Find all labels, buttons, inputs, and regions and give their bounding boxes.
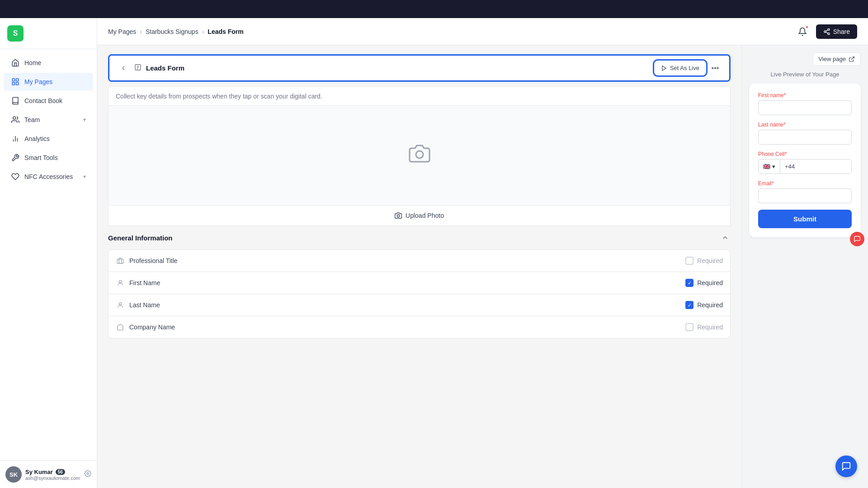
camera-icon [409,143,430,169]
field-icon [116,300,125,310]
svg-point-19 [416,151,423,158]
section-collapse-button[interactable] [720,232,731,243]
general-info-section-header: General Information [108,226,731,249]
sidebar-item-smart-tools[interactable]: Smart Tools [4,149,93,167]
field-required-professional-title: Required [685,257,723,265]
field-name-professional-title: Professional Title [129,257,685,264]
svg-line-24 [851,56,854,59]
preview-last-name-input[interactable] [758,130,852,145]
notification-dot [805,25,809,29]
sidebar-logo: S [0,18,97,49]
form-header-bar: Leads Form Set As Live ••• [109,56,729,80]
contact-icon [11,96,20,105]
field-required-company-name: Required [685,323,723,331]
sidebar-item-label: Smart Tools [24,154,58,161]
sidebar-footer: SK Sy Kumar 56 ash@synxautomate.com [0,460,97,488]
nfc-icon [11,172,20,181]
preview-panel: View page Live Preview of Your Page Firs… [741,45,868,488]
sidebar-item-label: NFC Accessories [24,173,73,180]
view-page-button[interactable]: View page [813,52,861,66]
required-checkbox-company-name[interactable] [685,323,693,331]
svg-rect-1 [16,79,19,81]
user-badge: 56 [56,469,65,475]
field-icon [116,278,125,287]
settings-icon[interactable] [84,470,91,479]
description-text: Collect key details from prospects when … [116,93,322,100]
team-icon [11,115,20,124]
breadcrumb-leads-form: Leads Form [208,28,243,35]
preview-label: Live Preview of Your Page [749,71,861,78]
sidebar-item-label: My Pages [24,78,52,85]
share-button[interactable]: Share [816,24,857,39]
content-area: Leads Form Set As Live ••• Collect [97,45,868,488]
set-as-live-button[interactable]: Set As Live [655,61,705,75]
notification-button[interactable] [794,23,811,40]
preview-submit-button[interactable]: Submit [758,210,852,228]
field-icon [116,323,125,332]
form-title: Leads Form [146,64,184,72]
sidebar-item-contact-book[interactable]: Contact Book [4,92,93,110]
preview-field-label: Phone Cell* [758,151,852,157]
chevron-down-icon: ▾ [83,174,86,180]
app-logo: S [7,25,24,42]
top-bar [0,0,868,18]
sidebar-item-analytics[interactable]: Analytics [4,130,93,148]
sidebar-item-team[interactable]: Team ▾ [4,111,93,129]
header: My Pages › Starbucks Signups › Leads For… [97,18,868,45]
preview-field-label: Last name* [758,122,852,128]
sidebar-item-home[interactable]: Home [4,54,93,72]
required-checkbox-last-name[interactable]: ✓ [685,301,693,309]
more-options-button[interactable]: ••• [709,62,722,75]
sidebar-item-label: Contact Book [24,97,62,104]
sidebar-item-nfc-accessories[interactable]: NFC Accessories ▾ [4,168,93,186]
preview-card: First name* Last name* Phone [749,83,861,237]
svg-point-8 [87,473,89,474]
preview-email-input[interactable] [758,188,852,203]
svg-point-22 [119,281,121,283]
svg-marker-18 [662,66,666,70]
sidebar: S Home My Pages Contac [0,18,97,488]
table-row: Professional Title Required [108,250,730,272]
chat-bubble-button[interactable] [835,455,857,477]
upload-photo-label: Upload Photo [406,212,444,219]
field-name-first-name: First Name [129,279,685,286]
table-row: First Name ✓ Required [108,272,730,294]
required-checkbox-professional-title[interactable] [685,257,693,265]
sidebar-nav: Home My Pages Contact Book [0,49,97,460]
required-checkbox-first-name[interactable]: ✓ [685,279,693,287]
breadcrumb: My Pages › Starbucks Signups › Leads For… [108,28,789,35]
user-email: ash@synxautomate.com [25,475,80,481]
sidebar-item-my-pages[interactable]: My Pages [4,73,93,91]
analytics-icon [11,134,20,143]
preview-field-last-name: Last name* [758,122,852,145]
svg-point-10 [824,31,826,33]
svg-point-4 [13,117,16,119]
upload-photo-button[interactable]: Upload Photo [108,205,730,225]
svg-point-20 [397,215,399,217]
editor-panel: Leads Form Set As Live ••• Collect [97,45,741,488]
breadcrumb-my-pages[interactable]: My Pages [108,28,136,35]
share-label: Share [833,28,850,35]
svg-line-12 [826,32,828,33]
form-header-right: Set As Live ••• [655,61,722,75]
fields-container: Professional Title Required First Name [108,249,731,338]
home-icon [11,58,20,67]
form-description: Collect key details from prospects when … [108,87,731,106]
avatar: SK [5,466,22,483]
sidebar-item-label: Team [24,116,40,123]
watermark-icon[interactable] [850,232,864,246]
sidebar-item-label: Analytics [24,135,50,142]
svg-point-23 [119,303,121,305]
field-required-last-name: ✓ Required [685,301,723,309]
svg-rect-21 [117,259,123,263]
back-button[interactable] [117,62,130,75]
preview-phone-input[interactable] [780,160,852,174]
preview-first-name-input[interactable] [758,100,852,115]
header-actions: Share [794,23,857,40]
pages-icon [11,77,20,86]
phone-flag-selector[interactable]: 🇬🇧 ▾ [759,160,780,174]
svg-point-9 [828,28,830,30]
breadcrumb-starbucks[interactable]: Starbucks Signups [146,28,198,35]
user-info: Sy Kumar 56 ash@synxautomate.com [25,469,80,481]
preview-field-label: First name* [758,92,852,99]
